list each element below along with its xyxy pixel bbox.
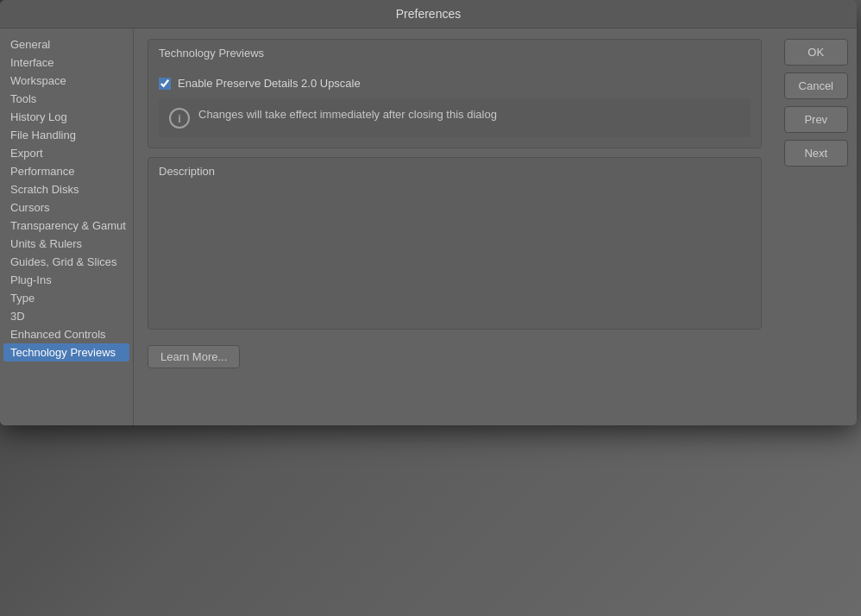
preserve-details-label: Enable Preserve Details 2.0 Upscale bbox=[178, 77, 361, 90]
learn-more-container: Learn More... bbox=[148, 338, 762, 368]
sidebar-item-general[interactable]: General bbox=[0, 35, 133, 53]
dialog-overlay: Preferences GeneralInterfaceWorkspaceToo… bbox=[0, 0, 861, 616]
section-title: Technology Previews bbox=[148, 40, 761, 66]
cancel-button[interactable]: Cancel bbox=[784, 72, 848, 99]
sidebar-item-guides-grid-slices[interactable]: Guides, Grid & Slices bbox=[0, 253, 133, 271]
preserve-details-checkbox[interactable] bbox=[159, 78, 171, 90]
sidebar-item-units-rulers[interactable]: Units & Rulers bbox=[0, 235, 133, 253]
learn-more-button[interactable]: Learn More... bbox=[148, 345, 240, 368]
prev-button[interactable]: Prev bbox=[784, 106, 848, 133]
sidebar-item-performance[interactable]: Performance bbox=[0, 162, 133, 180]
sidebar-item-technology-previews[interactable]: Technology Previews bbox=[3, 343, 129, 361]
preserve-details-row: Enable Preserve Details 2.0 Upscale bbox=[159, 73, 751, 93]
right-buttons: OK Cancel Prev Next bbox=[776, 28, 857, 425]
preferences-dialog: Preferences GeneralInterfaceWorkspaceToo… bbox=[0, 0, 857, 425]
sidebar-item-history-log[interactable]: History Log bbox=[0, 108, 133, 126]
dialog-title: Preferences bbox=[396, 7, 461, 21]
sidebar-item-file-handling[interactable]: File Handling bbox=[0, 126, 133, 144]
section-content: Enable Preserve Details 2.0 Upscale i Ch… bbox=[148, 66, 761, 148]
sidebar-item-tools[interactable]: Tools bbox=[0, 90, 133, 108]
main-content: Technology Previews Enable Preserve Deta… bbox=[134, 28, 776, 425]
sidebar-item-plug-ins[interactable]: Plug-Ins bbox=[0, 271, 133, 289]
technology-previews-section: Technology Previews Enable Preserve Deta… bbox=[148, 39, 762, 148]
info-icon: i bbox=[169, 108, 190, 129]
description-header: Description bbox=[148, 158, 761, 185]
sidebar-item-cursors[interactable]: Cursors bbox=[0, 198, 133, 217]
sidebar-item-interface[interactable]: Interface bbox=[0, 53, 133, 72]
dialog-titlebar: Preferences bbox=[0, 0, 857, 28]
sidebar-item-workspace[interactable]: Workspace bbox=[0, 72, 133, 90]
description-box: Description bbox=[148, 157, 762, 330]
sidebar-item-transparency-gamut[interactable]: Transparency & Gamut bbox=[0, 217, 133, 235]
sidebar: GeneralInterfaceWorkspaceToolsHistory Lo… bbox=[0, 28, 134, 425]
sidebar-item-export[interactable]: Export bbox=[0, 144, 133, 162]
info-box: i Changes will take effect immediately a… bbox=[159, 98, 751, 137]
ok-button[interactable]: OK bbox=[784, 39, 848, 66]
sidebar-item-type[interactable]: Type bbox=[0, 289, 133, 307]
sidebar-item-3d[interactable]: 3D bbox=[0, 307, 133, 325]
info-message: Changes will take effect immediately aft… bbox=[198, 107, 497, 123]
sidebar-item-enhanced-controls[interactable]: Enhanced Controls bbox=[0, 325, 133, 343]
sidebar-item-scratch-disks[interactable]: Scratch Disks bbox=[0, 180, 133, 198]
next-button[interactable]: Next bbox=[784, 140, 848, 167]
